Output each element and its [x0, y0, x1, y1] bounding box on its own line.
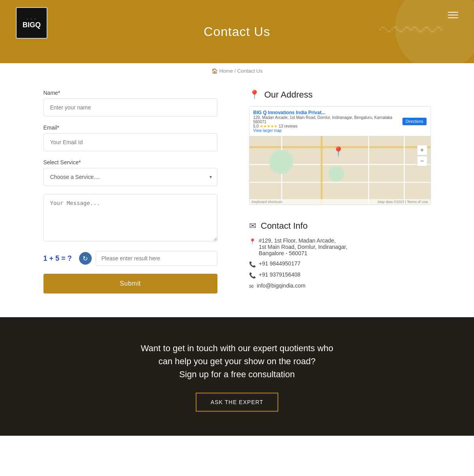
zoom-in-button[interactable]: +: [417, 145, 427, 155]
menu-line-1: [448, 12, 458, 13]
email-text: info@bigqindia.com: [257, 282, 306, 289]
directions-button[interactable]: Directions: [402, 118, 426, 125]
map-inner: 📍 BIG Q Innovations India Privat... 129,…: [249, 107, 431, 205]
stars-icon: ★★★★★: [260, 124, 278, 128]
service-select[interactable]: Choose a Service.... Consulting Training…: [43, 168, 217, 186]
contact-address: 📍 #129, 1st Floor, Madan Arcade, 1st Mai…: [249, 237, 431, 256]
contact-phone1: 📞 +91 9844950177: [249, 260, 431, 267]
message-group: [43, 194, 217, 243]
main-content: Name* Email* Select Service* Choose a Se…: [20, 90, 455, 317]
map-keyboard-shortcuts: Keyboard shortcuts: [252, 200, 283, 204]
message-textarea[interactable]: [43, 194, 217, 241]
map-biz-address: 129, Madan Arcade, 1st Main Road, Domlur…: [253, 115, 403, 124]
breadcrumb-home[interactable]: Home: [219, 68, 233, 74]
email-label: Email*: [43, 124, 217, 131]
phone-icon-1: 📞: [249, 261, 256, 267]
banner-line2: can help you get your show on the road?: [159, 356, 316, 366]
name-input[interactable]: [43, 98, 217, 117]
captcha-input[interactable]: [96, 251, 217, 266]
service-group: Select Service* Choose a Service.... Con…: [43, 159, 217, 186]
header: 〰〰 · · · BIGQ Contact Us: [0, 0, 474, 63]
menu-line-3: [448, 17, 458, 18]
map-bottom-bar: Keyboard shortcuts Map data ©2023 | Term…: [249, 199, 431, 205]
breadcrumb-current: Contact Us: [237, 68, 262, 74]
map-info-overlay: BIG Q Innovations India Privat... 129, M…: [249, 107, 431, 136]
home-icon: 🏠: [212, 68, 218, 74]
bottom-banner: Want to get in touch with our expert quo…: [0, 317, 474, 436]
phone1-text: +91 9844950177: [259, 260, 301, 267]
view-larger-map-link[interactable]: View larger map: [253, 128, 403, 133]
menu-line-2: [448, 15, 458, 15]
submit-button[interactable]: Submit: [43, 274, 217, 294]
service-select-wrapper: Choose a Service.... Consulting Training…: [43, 168, 217, 186]
email-icon: ✉: [249, 221, 256, 231]
address-section-title: 📍 Our Address: [249, 90, 431, 100]
logo-dots: · · ·: [27, 17, 36, 21]
ask-expert-button[interactable]: ASK THE EXPERT: [196, 393, 278, 412]
contact-info-title-text: Contact Info: [261, 221, 308, 231]
name-group: Name*: [43, 90, 217, 117]
phone2-text: +91 9379156408: [259, 271, 301, 278]
contact-phone2: 📞 +91 9379156408: [249, 271, 431, 278]
location-pin-icon: 📍: [249, 90, 260, 100]
address-title-text: Our Address: [264, 90, 313, 100]
envelope-icon: ✉: [249, 283, 254, 290]
email-input[interactable]: [43, 133, 217, 151]
zoom-out-button[interactable]: −: [417, 156, 427, 166]
map-biz-info: BIG Q Innovations India Privat... 129, M…: [253, 110, 403, 133]
page-title: Contact Us: [204, 24, 270, 39]
contact-info-title: ✉ Contact Info: [249, 221, 431, 231]
breadcrumb-separator: /: [234, 68, 236, 74]
captcha-row: 1 + 5 = ? ↻: [43, 251, 217, 266]
header-decor-swirl: 〰〰: [379, 16, 442, 47]
service-label: Select Service*: [43, 159, 217, 166]
map-marker-icon: 📍: [249, 238, 256, 245]
email-group: Email*: [43, 124, 217, 151]
rating-value: 5.0: [253, 124, 259, 128]
banner-heading: Want to get in touch with our expert quo…: [141, 342, 333, 381]
map-data-credit: Map data ©2023 | Terms of Use: [378, 200, 428, 204]
logo[interactable]: · · · BIGQ: [16, 7, 47, 39]
review-count: 13 reviews: [279, 124, 298, 128]
captcha-refresh-button[interactable]: ↻: [79, 252, 92, 265]
map-green: [269, 150, 293, 174]
map-pin-icon: 📍: [332, 146, 344, 157]
logo-text: BIGQ: [23, 21, 41, 29]
contact-email: ✉ info@bigqindia.com: [249, 282, 431, 290]
breadcrumb: 🏠 Home / Contact Us: [0, 68, 474, 74]
map-green: [329, 166, 344, 182]
breadcrumb-bar: 🏠 Home / Contact Us: [0, 63, 474, 74]
phone-icon-2: 📞: [249, 272, 256, 278]
banner-line3: Sign up for a free consultation: [179, 369, 295, 379]
contact-address-text: #129, 1st Floor, Madan Arcade, 1st Main …: [259, 237, 347, 256]
captcha-equation: 1 + 5 = ?: [43, 254, 75, 263]
map-biz-name: BIG Q Innovations India Privat...: [253, 110, 403, 115]
map-container[interactable]: 📍 BIG Q Innovations India Privat... 129,…: [249, 106, 431, 205]
name-label: Name*: [43, 90, 217, 96]
banner-line1: Want to get in touch with our expert quo…: [141, 343, 333, 353]
map-zoom-controls: + −: [417, 145, 427, 166]
menu-button[interactable]: [448, 12, 458, 18]
contact-info-section: ✉ Contact Info 📍 #129, 1st Floor, Madan …: [249, 221, 431, 290]
info-section: 📍 Our Address 📍: [249, 90, 431, 294]
map-rating: 5.0 ★★★★★ 13 reviews: [253, 124, 403, 128]
banner-text: Want to get in touch with our expert quo…: [141, 342, 333, 412]
contact-form-section: Name* Email* Select Service* Choose a Se…: [43, 90, 217, 294]
